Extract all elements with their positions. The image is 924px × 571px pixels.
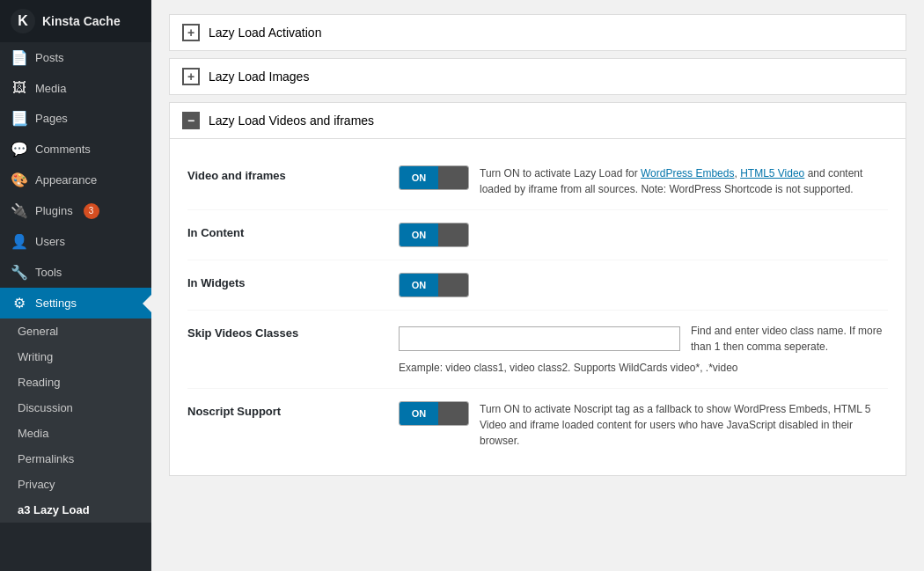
submenu-item-a3lazyload[interactable]: a3 Lazy Load [0, 497, 151, 523]
sidebar-item-pages[interactable]: 📃 Pages [0, 103, 151, 134]
submenu-item-general[interactable]: General [0, 318, 151, 344]
section-title-activation: Lazy Load Activation [209, 26, 321, 40]
label-in-widgets: In Widgets [187, 273, 399, 289]
media-icon: 🖼 [11, 80, 28, 96]
submenu-item-reading[interactable]: Reading [0, 370, 151, 395]
sidebar-item-label: Pages [35, 112, 68, 125]
link-html5-video[interactable]: HTML5 Video [740, 167, 804, 179]
sidebar-item-label: Users [35, 235, 65, 248]
setting-row-video-iframes: Video and iframes ON Turn ON to activate… [187, 153, 888, 210]
sidebar-item-label: Tools [35, 266, 62, 279]
expand-icon-videos: − [182, 112, 200, 129]
section-lazy-load-videos: − Lazy Load Videos and iframes Video and… [169, 102, 906, 476]
setting-row-in-content: In Content ON [187, 210, 888, 260]
section-header-videos[interactable]: − Lazy Load Videos and iframes [170, 103, 906, 139]
sidebar-item-posts[interactable]: 📄 Posts [0, 42, 151, 73]
submenu-item-permalinks[interactable]: Permalinks [0, 446, 151, 472]
posts-icon: 📄 [11, 49, 28, 66]
expand-icon-activation: + [182, 24, 200, 41]
submenu-item-privacy[interactable]: Privacy [0, 472, 151, 497]
toggle-on-label-noscript: ON [400, 402, 438, 425]
sidebar-item-tools[interactable]: 🔧 Tools [0, 257, 151, 288]
skip-videos-desc-inline: Find and enter video class name. If more… [691, 323, 888, 355]
section-header-images[interactable]: + Lazy Load Images [170, 59, 906, 94]
section-title-videos: Lazy Load Videos and iframes [209, 113, 374, 128]
label-video-iframes: Video and iframes [187, 165, 399, 182]
control-in-content: ON [399, 223, 888, 247]
active-arrow [143, 295, 151, 312]
control-noscript: ON Turn ON to activate Noscript tag as a… [399, 401, 888, 449]
sidebar-item-label: Posts [35, 51, 64, 64]
toggle-in-content[interactable]: ON [399, 223, 469, 247]
sidebar-item-appearance[interactable]: 🎨 Appearance [0, 165, 151, 195]
sidebar-item-plugins[interactable]: 🔌 Plugins 3 [0, 195, 151, 226]
skip-videos-desc-example: Example: video class1, video class2. Sup… [399, 360, 738, 376]
sidebar-item-comments[interactable]: 💬 Comments [0, 134, 151, 165]
setting-row-skip-videos: Skip Videos Classes Find and enter video… [187, 311, 888, 389]
control-in-widgets: ON [399, 273, 888, 297]
submenu-item-writing[interactable]: Writing [0, 344, 151, 370]
toggle-on-label: ON [400, 166, 438, 189]
submenu-item-media[interactable]: Media [0, 421, 151, 446]
toggle-off-area [438, 166, 468, 189]
settings-submenu: General Writing Reading Discussion Media… [0, 318, 151, 523]
site-title: Kinsta Cache [42, 14, 121, 28]
toggle-off-area-noscript [438, 402, 468, 425]
sidebar-item-label: Plugins [35, 204, 73, 217]
site-icon: K [11, 9, 35, 33]
toggle-off-area-content [438, 223, 468, 246]
label-noscript: Noscript Support [187, 401, 399, 418]
section-header-activation[interactable]: + Lazy Load Activation [170, 15, 906, 50]
section-title-images: Lazy Load Images [209, 70, 309, 84]
toggle-noscript[interactable]: ON [399, 401, 469, 426]
sidebar-item-users[interactable]: 👤 Users [0, 226, 151, 257]
section-lazy-load-images: + Lazy Load Images [169, 58, 906, 95]
settings-icon: ⚙ [11, 295, 28, 311]
main-content: + Lazy Load Activation + Lazy Load Image… [151, 0, 924, 571]
sidebar-item-settings[interactable]: ⚙ Settings [0, 288, 151, 318]
section-content-videos: Video and iframes ON Turn ON to activate… [170, 139, 906, 475]
skip-videos-input[interactable] [399, 326, 680, 351]
site-logo[interactable]: K Kinsta Cache [0, 0, 151, 42]
toggle-video-iframes[interactable]: ON [399, 165, 469, 190]
sidebar: K Kinsta Cache 📄 Posts 🖼 Media 📃 Pages 💬… [0, 0, 151, 571]
plugins-icon: 🔌 [11, 202, 28, 219]
appearance-icon: 🎨 [11, 172, 28, 188]
label-skip-videos: Skip Videos Classes [187, 323, 399, 340]
sidebar-item-label: Settings [35, 296, 77, 310]
sidebar-item-label: Comments [35, 143, 91, 156]
sidebar-item-label: Media [35, 82, 66, 95]
toggle-on-label-content: ON [400, 223, 438, 246]
desc-video-iframes: Turn ON to activate Lazy Load for WordPr… [480, 165, 888, 197]
toggle-in-widgets[interactable]: ON [399, 273, 469, 297]
link-wp-embeds[interactable]: WordPress Embeds [641, 167, 734, 179]
expand-icon-images: + [182, 68, 200, 85]
setting-row-in-widgets: In Widgets ON [187, 260, 888, 311]
plugins-badge: 3 [84, 203, 99, 219]
submenu-item-discussion[interactable]: Discussion [0, 395, 151, 421]
sidebar-item-media[interactable]: 🖼 Media [0, 73, 151, 103]
tools-icon: 🔧 [11, 264, 28, 281]
section-lazy-load-activation: + Lazy Load Activation [169, 14, 906, 51]
sidebar-item-label: Appearance [35, 173, 97, 187]
desc-noscript: Turn ON to activate Noscript tag as a fa… [480, 401, 888, 449]
toggle-off-area-widgets [438, 274, 468, 296]
control-video-iframes: ON Turn ON to activate Lazy Load for Wor… [399, 165, 888, 197]
comments-icon: 💬 [11, 141, 28, 157]
setting-row-noscript: Noscript Support ON Turn ON to activate … [187, 389, 888, 461]
toggle-on-label-widgets: ON [400, 274, 438, 296]
pages-icon: 📃 [11, 110, 28, 127]
control-skip-videos: Find and enter video class name. If more… [399, 323, 888, 376]
users-icon: 👤 [11, 233, 28, 250]
label-in-content: In Content [187, 223, 399, 239]
